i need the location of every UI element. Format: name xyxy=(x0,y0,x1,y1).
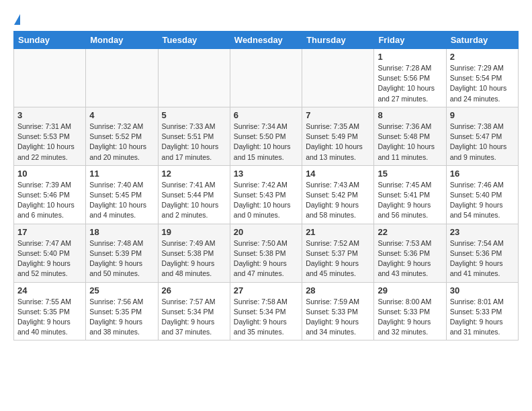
day-number: 29 xyxy=(378,285,442,295)
calendar-cell: 10Sunrise: 7:39 AMSunset: 5:46 PMDayligh… xyxy=(14,165,86,224)
calendar-cell: 19Sunrise: 7:49 AMSunset: 5:38 PMDayligh… xyxy=(158,224,230,282)
weekday-header-sunday: Sunday xyxy=(14,32,86,49)
calendar-cell: 20Sunrise: 7:50 AMSunset: 5:38 PMDayligh… xyxy=(230,224,302,282)
calendar-cell: 30Sunrise: 8:01 AMSunset: 5:33 PMDayligh… xyxy=(446,282,518,340)
calendar-cell: 27Sunrise: 7:58 AMSunset: 5:34 PMDayligh… xyxy=(230,282,302,340)
calendar-cell: 22Sunrise: 7:53 AMSunset: 5:36 PMDayligh… xyxy=(374,224,446,282)
calendar-cell: 29Sunrise: 8:00 AMSunset: 5:33 PMDayligh… xyxy=(374,282,446,340)
weekday-header-tuesday: Tuesday xyxy=(158,32,230,49)
calendar-cell: 5Sunrise: 7:33 AMSunset: 5:51 PMDaylight… xyxy=(158,107,230,165)
day-info: Sunrise: 7:54 AMSunset: 5:36 PMDaylight:… xyxy=(450,238,515,279)
day-number: 20 xyxy=(234,227,298,237)
calendar-cell: 26Sunrise: 7:57 AMSunset: 5:34 PMDayligh… xyxy=(158,282,230,340)
day-info: Sunrise: 7:43 AMSunset: 5:42 PMDaylight:… xyxy=(306,180,370,221)
calendar-cell: 17Sunrise: 7:47 AMSunset: 5:40 PMDayligh… xyxy=(14,224,86,282)
calendar-cell: 15Sunrise: 7:45 AMSunset: 5:41 PMDayligh… xyxy=(374,165,446,224)
calendar-cell: 24Sunrise: 7:55 AMSunset: 5:35 PMDayligh… xyxy=(14,282,86,340)
day-number: 7 xyxy=(306,110,370,120)
calendar-cell: 9Sunrise: 7:38 AMSunset: 5:47 PMDaylight… xyxy=(446,107,518,165)
weekday-header-monday: Monday xyxy=(86,32,158,49)
day-number: 25 xyxy=(89,285,154,295)
day-info: Sunrise: 8:01 AMSunset: 5:33 PMDaylight:… xyxy=(450,297,515,338)
day-number: 8 xyxy=(378,110,442,120)
week-row-4: 17Sunrise: 7:47 AMSunset: 5:40 PMDayligh… xyxy=(14,224,519,282)
day-number: 30 xyxy=(450,285,515,295)
calendar-cell: 16Sunrise: 7:46 AMSunset: 5:40 PMDayligh… xyxy=(446,165,518,224)
day-info: Sunrise: 7:29 AMSunset: 5:54 PMDaylight:… xyxy=(450,63,515,104)
day-info: Sunrise: 7:56 AMSunset: 5:35 PMDaylight:… xyxy=(89,297,154,338)
calendar-cell: 3Sunrise: 7:31 AMSunset: 5:53 PMDaylight… xyxy=(14,107,86,165)
day-info: Sunrise: 7:28 AMSunset: 5:56 PMDaylight:… xyxy=(378,63,442,104)
day-info: Sunrise: 7:49 AMSunset: 5:38 PMDaylight:… xyxy=(162,238,226,279)
day-info: Sunrise: 7:48 AMSunset: 5:39 PMDaylight:… xyxy=(89,238,154,279)
calendar-cell: 4Sunrise: 7:32 AMSunset: 5:52 PMDaylight… xyxy=(86,107,158,165)
day-number: 9 xyxy=(450,110,515,120)
day-info: Sunrise: 7:40 AMSunset: 5:45 PMDaylight:… xyxy=(89,180,154,221)
calendar-cell: 1Sunrise: 7:28 AMSunset: 5:56 PMDaylight… xyxy=(374,49,446,107)
day-number: 26 xyxy=(162,285,226,295)
header xyxy=(13,11,519,24)
day-info: Sunrise: 7:34 AMSunset: 5:50 PMDaylight:… xyxy=(234,122,298,163)
day-info: Sunrise: 7:42 AMSunset: 5:43 PMDaylight:… xyxy=(234,180,298,221)
calendar-cell xyxy=(302,49,374,107)
day-info: Sunrise: 7:32 AMSunset: 5:52 PMDaylight:… xyxy=(89,122,154,163)
day-number: 18 xyxy=(89,227,154,237)
day-number: 19 xyxy=(162,227,226,237)
calendar-cell: 18Sunrise: 7:48 AMSunset: 5:39 PMDayligh… xyxy=(86,224,158,282)
day-info: Sunrise: 7:45 AMSunset: 5:41 PMDaylight:… xyxy=(378,180,442,221)
day-number: 13 xyxy=(234,169,298,179)
day-info: Sunrise: 8:00 AMSunset: 5:33 PMDaylight:… xyxy=(378,297,442,338)
day-number: 12 xyxy=(162,169,226,179)
day-info: Sunrise: 7:47 AMSunset: 5:40 PMDaylight:… xyxy=(17,238,82,279)
day-number: 21 xyxy=(306,227,370,237)
weekday-header-thursday: Thursday xyxy=(302,32,374,49)
day-info: Sunrise: 7:35 AMSunset: 5:49 PMDaylight:… xyxy=(306,122,370,163)
calendar-cell: 23Sunrise: 7:54 AMSunset: 5:36 PMDayligh… xyxy=(446,224,518,282)
calendar-cell xyxy=(14,49,86,107)
weekday-header-saturday: Saturday xyxy=(446,32,518,49)
calendar-cell: 28Sunrise: 7:59 AMSunset: 5:33 PMDayligh… xyxy=(302,282,374,340)
logo-triangle-icon xyxy=(14,14,20,25)
calendar-cell xyxy=(86,49,158,107)
calendar-cell: 7Sunrise: 7:35 AMSunset: 5:49 PMDaylight… xyxy=(302,107,374,165)
week-row-5: 24Sunrise: 7:55 AMSunset: 5:35 PMDayligh… xyxy=(14,282,519,340)
calendar: SundayMondayTuesdayWednesdayThursdayFrid… xyxy=(13,31,519,340)
weekday-header-wednesday: Wednesday xyxy=(230,32,302,49)
day-info: Sunrise: 7:36 AMSunset: 5:48 PMDaylight:… xyxy=(378,122,442,163)
day-number: 28 xyxy=(306,285,370,295)
day-number: 5 xyxy=(162,110,226,120)
day-number: 2 xyxy=(450,52,515,62)
calendar-cell: 13Sunrise: 7:42 AMSunset: 5:43 PMDayligh… xyxy=(230,165,302,224)
day-number: 23 xyxy=(450,227,515,237)
calendar-cell: 2Sunrise: 7:29 AMSunset: 5:54 PMDaylight… xyxy=(446,49,518,107)
day-info: Sunrise: 7:59 AMSunset: 5:33 PMDaylight:… xyxy=(306,297,370,338)
logo-text xyxy=(13,11,21,26)
day-number: 16 xyxy=(450,169,515,179)
day-info: Sunrise: 7:53 AMSunset: 5:36 PMDaylight:… xyxy=(378,238,442,279)
day-number: 14 xyxy=(306,169,370,179)
day-info: Sunrise: 7:31 AMSunset: 5:53 PMDaylight:… xyxy=(17,122,82,163)
day-number: 3 xyxy=(17,110,82,120)
day-info: Sunrise: 7:41 AMSunset: 5:44 PMDaylight:… xyxy=(162,180,226,221)
calendar-cell xyxy=(230,49,302,107)
day-number: 17 xyxy=(17,227,82,237)
day-info: Sunrise: 7:55 AMSunset: 5:35 PMDaylight:… xyxy=(17,297,82,338)
day-info: Sunrise: 7:46 AMSunset: 5:40 PMDaylight:… xyxy=(450,180,515,221)
day-number: 1 xyxy=(378,52,442,62)
day-number: 22 xyxy=(378,227,442,237)
day-info: Sunrise: 7:50 AMSunset: 5:38 PMDaylight:… xyxy=(234,238,298,279)
calendar-cell: 21Sunrise: 7:52 AMSunset: 5:37 PMDayligh… xyxy=(302,224,374,282)
day-number: 6 xyxy=(234,110,298,120)
calendar-cell: 8Sunrise: 7:36 AMSunset: 5:48 PMDaylight… xyxy=(374,107,446,165)
calendar-cell: 25Sunrise: 7:56 AMSunset: 5:35 PMDayligh… xyxy=(86,282,158,340)
day-number: 15 xyxy=(378,169,442,179)
calendar-cell: 11Sunrise: 7:40 AMSunset: 5:45 PMDayligh… xyxy=(86,165,158,224)
weekday-header-friday: Friday xyxy=(374,32,446,49)
calendar-cell: 14Sunrise: 7:43 AMSunset: 5:42 PMDayligh… xyxy=(302,165,374,224)
logo xyxy=(13,11,21,24)
day-info: Sunrise: 7:38 AMSunset: 5:47 PMDaylight:… xyxy=(450,122,515,163)
calendar-cell: 12Sunrise: 7:41 AMSunset: 5:44 PMDayligh… xyxy=(158,165,230,224)
day-number: 4 xyxy=(89,110,154,120)
day-info: Sunrise: 7:52 AMSunset: 5:37 PMDaylight:… xyxy=(306,238,370,279)
day-number: 27 xyxy=(234,285,298,295)
